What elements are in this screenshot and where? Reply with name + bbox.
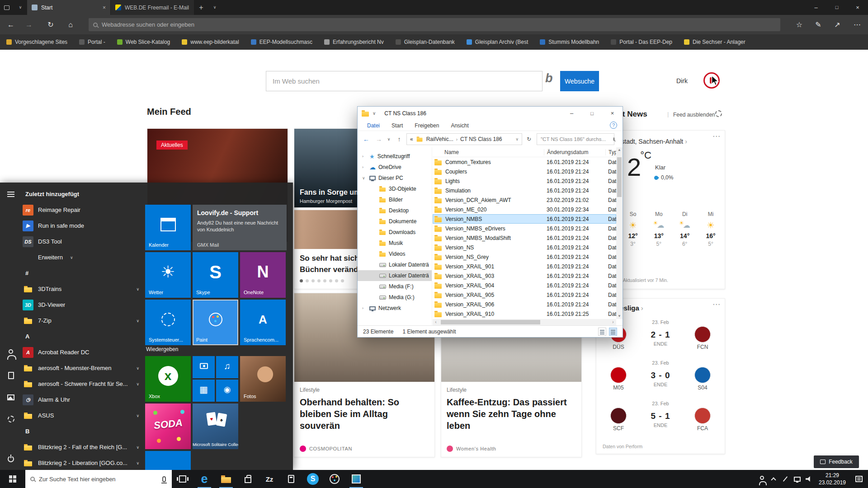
file-row[interactable]: Simulation 16.01.2019 21:24 Dateiordner — [433, 186, 616, 195]
user-icon[interactable] — [6, 349, 15, 358]
file-row[interactable]: Version_NMBS_ModalShift 16.01.2019 21:24… — [433, 233, 616, 243]
volume-icon[interactable] — [803, 470, 815, 488]
feed-hide-link[interactable]: Feed ausblenden — [673, 112, 715, 118]
horizontal-scrollbar[interactable]: ‹ › — [433, 319, 616, 325]
forecast-day[interactable]: Mi 16° 5° — [699, 211, 722, 247]
favorites-bar-item[interactable]: EEP-Modellsuchmasc — [251, 39, 312, 45]
start-menu-item[interactable]: DS DS3 Tool — [22, 234, 143, 249]
clock[interactable]: 21:29 23.02.2019 — [815, 472, 850, 486]
explorer-sidebar-item[interactable]: › Schnellzugriff — [358, 151, 432, 162]
web-search-box[interactable] — [266, 71, 542, 91]
explorer-sidebar-item[interactable]: Lokaler Datenträ — [358, 270, 432, 281]
menu-start[interactable]: Start — [386, 120, 409, 131]
column-date[interactable]: Änderungsdatum — [544, 149, 605, 155]
start-menu-item[interactable]: 3DTrains ∨ — [22, 281, 143, 297]
refresh-icon[interactable] — [524, 133, 534, 145]
tile-partial[interactable] — [145, 451, 191, 470]
file-row[interactable]: Version_NMBS 16.01.2019 21:24 Dateiordne… — [433, 214, 616, 224]
minimize-button[interactable] — [806, 0, 826, 15]
task-view-button[interactable] — [172, 470, 193, 488]
minimize-button[interactable] — [561, 107, 582, 120]
tabs-aside-icon[interactable] — [0, 0, 14, 15]
user-name[interactable]: Dirk — [676, 77, 688, 84]
action-center-icon[interactable] — [850, 470, 868, 488]
browser-tab-start[interactable]: Start — [27, 0, 110, 15]
tile-solitaire[interactable]: ♥ ♠ Microsoft Solitaire Collection — [193, 404, 238, 449]
start-menu-item[interactable]: aerosoft - Muenster-Bremen ∨ — [22, 360, 143, 376]
file-row[interactable]: Common_Textures 16.01.2019 21:24 Dateior… — [433, 157, 616, 167]
favorites-bar-item[interactable]: Gleisplan Archiv (Best — [467, 39, 528, 45]
forecast-day[interactable]: So 12° 3° — [622, 211, 644, 247]
help-icon[interactable]: ? — [610, 122, 617, 129]
address-bar[interactable] — [89, 18, 780, 31]
file-row[interactable]: Lights 16.01.2019 21:24 Dateiordner — [433, 176, 616, 186]
tile-xbox[interactable]: Xbox — [145, 356, 191, 402]
file-row[interactable]: Version_NS 16.01.2019 21:24 Dateiordner — [433, 243, 616, 252]
start-menu-item[interactable]: re Reimage Repair — [22, 202, 143, 218]
web-search-button[interactable]: Websuche — [560, 71, 599, 91]
documents-icon[interactable] — [6, 371, 15, 380]
favorites-bar-item[interactable]: www.eep-bilderkatal — [182, 39, 239, 45]
start-menu-item[interactable]: aerosoft - Schwere Fracht für Se... ∨ — [22, 376, 143, 392]
breadcrumb[interactable]: « RailVehic... › CT NS Class 186 — [406, 133, 522, 145]
file-row[interactable]: Version_NMBS_eDrivers 16.01.2019 21:24 D… — [433, 224, 616, 233]
tile-kamera[interactable] — [193, 356, 215, 378]
network-icon[interactable] — [791, 470, 803, 488]
recent-locations-icon[interactable] — [385, 131, 393, 147]
tab-preview-icon[interactable] — [14, 0, 27, 15]
explorer-sidebar-item[interactable]: Downloads — [358, 227, 432, 238]
file-row[interactable]: Version_XRAIL_904 16.01.2019 21:24 Datei… — [433, 281, 616, 290]
explorer-sidebar-item[interactable]: Media (G:) — [358, 292, 432, 303]
more-options-icon[interactable] — [848, 15, 866, 34]
web-search-input[interactable] — [273, 77, 536, 85]
start-button[interactable] — [0, 470, 25, 488]
explorer-sidebar-item[interactable]: Media (F:) — [358, 281, 432, 292]
file-row[interactable]: Version_XRAIL_906 16.01.2019 21:24 Datei… — [433, 300, 616, 309]
pictures-icon[interactable] — [6, 393, 15, 402]
taskbar-calculator[interactable] — [280, 470, 302, 488]
browser-tab-webde[interactable]: WEB.DE Freemail - E-Mail m — [111, 0, 194, 15]
match-row[interactable]: 23. Feb M05 3 - 0 ENDE S04 — [596, 357, 725, 397]
taskbar-store[interactable] — [237, 470, 259, 488]
back-icon[interactable] — [2, 15, 20, 34]
favorites-bar-item[interactable]: Portal - Das EEP-Dep — [611, 39, 672, 45]
file-row[interactable]: Version_XRAIL_903 16.01.2019 21:24 Datei… — [433, 271, 616, 281]
explorer-sidebar-item[interactable]: › Netzwerk — [358, 303, 432, 314]
tile-candy-crush[interactable]: SODA — [145, 404, 191, 449]
expander-icon[interactable]: › — [362, 154, 367, 159]
start-menu-item[interactable]: A Acrobat Reader DC — [22, 344, 143, 360]
favorites-bar-item[interactable]: Vorgeschlagene Sites — [6, 39, 67, 45]
expander-icon[interactable]: ∨ — [362, 176, 367, 180]
file-row[interactable]: Version_NS_Grey 16.01.2019 21:24 Dateior… — [433, 252, 616, 262]
tile-sprachen[interactable]: A Sprachencom... — [240, 300, 286, 345]
start-menu-item[interactable]: Blitzkrieg 2 - Fall of the Reich [G... ∨ — [22, 439, 143, 455]
breadcrumb-segment[interactable]: RailVehic... — [426, 136, 453, 142]
menu-freigeben[interactable]: Freigeben — [409, 120, 445, 131]
explorer-sidebar-item[interactable]: › OneDrive — [358, 162, 432, 173]
scroll-down-icon[interactable]: ▼ — [616, 314, 623, 319]
breadcrumb-collapse-icon[interactable]: « — [410, 136, 413, 142]
favorites-bar-item[interactable]: Erfahrungsbericht Nv — [324, 39, 384, 45]
file-row[interactable]: Version_XRAIL_910 16.01.2019 21:25 Datei… — [433, 309, 616, 319]
start-menu-item[interactable]: Erweitern ∨ — [22, 249, 143, 265]
maximize-button[interactable] — [826, 0, 847, 15]
new-tab-button[interactable] — [194, 0, 208, 15]
scrollbar-thumb[interactable] — [441, 320, 540, 324]
menu-ansicht[interactable]: Ansicht — [445, 120, 474, 131]
start-menu-item[interactable]: Zuletzt hinzugefügt — [22, 186, 143, 202]
back-icon[interactable] — [360, 131, 372, 147]
start-menu-item[interactable]: 7-Zip ∨ — [22, 313, 143, 328]
taskbar-edge[interactable] — [193, 470, 215, 488]
microphone-icon[interactable] — [162, 476, 166, 482]
tile-karten[interactable] — [216, 380, 238, 402]
column-type[interactable]: Typ — [605, 149, 616, 155]
annotate-icon[interactable] — [809, 15, 827, 34]
feedback-button[interactable]: Feedback — [814, 455, 859, 468]
tile-systemsteuerung[interactable]: Systemsteuer... — [145, 300, 191, 345]
scroll-left-icon[interactable]: ‹ — [433, 319, 439, 325]
start-menu-item[interactable]: ◷ Alarm & Uhr — [22, 392, 143, 408]
breadcrumb-segment-current[interactable]: CT NS Class 186 — [460, 136, 502, 142]
explorer-search-box[interactable] — [537, 133, 614, 145]
explorer-sidebar-item[interactable]: Musik — [358, 238, 432, 249]
forward-icon[interactable] — [373, 131, 385, 147]
